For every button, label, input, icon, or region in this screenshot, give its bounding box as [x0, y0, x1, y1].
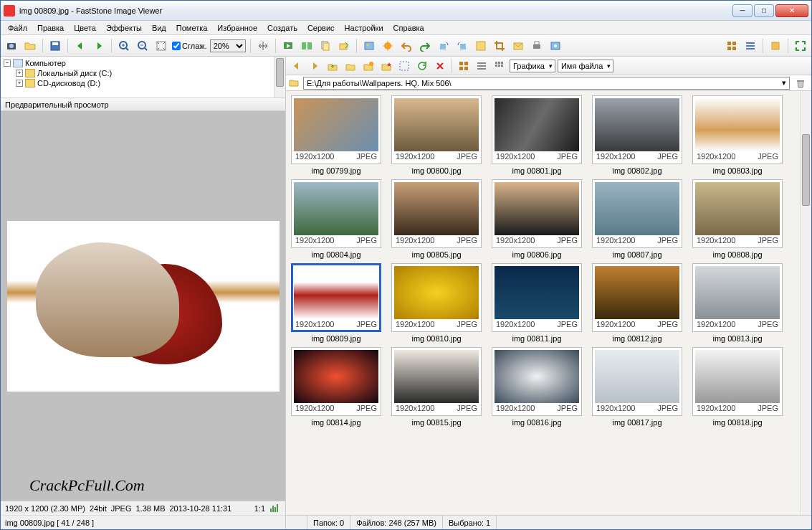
zoom-out-icon[interactable]: [135, 38, 151, 54]
menu-справка[interactable]: Справка: [389, 22, 429, 34]
favorites-icon[interactable]: [378, 58, 394, 74]
menu-цвета[interactable]: Цвета: [70, 22, 100, 34]
effects-icon[interactable]: [380, 38, 396, 54]
thumbnail[interactable]: 1920x1200JPEGimg 00812.jpg: [590, 263, 684, 343]
svg-rect-13: [365, 42, 373, 49]
expand-icon[interactable]: +: [16, 80, 23, 87]
sort-select[interactable]: Имя файла: [558, 60, 613, 72]
thumbnail[interactable]: 1920x1200JPEGimg 00815.jpg: [389, 347, 484, 427]
path-input[interactable]: E:\Для работы\Wallpapers. HQ. Mix 506\ ▾: [303, 77, 790, 90]
thumbnail[interactable]: 1920x1200JPEGimg 00807.jpg: [590, 179, 684, 259]
back-icon[interactable]: [289, 58, 305, 74]
thumbnail[interactable]: 1920x1200JPEGimg 00818.jpg: [690, 347, 785, 427]
view-large-icon[interactable]: [456, 58, 472, 74]
thumbnail[interactable]: 1920x1200JPEGimg 00811.jpg: [489, 263, 584, 343]
menu-избранное[interactable]: Избранное: [213, 22, 262, 34]
copy-icon[interactable]: [317, 38, 333, 54]
titlebar[interactable]: img 00809.jpg - FastStone Image Viewer ─…: [1, 1, 811, 21]
resize-icon[interactable]: [473, 38, 489, 54]
tree-scrollbar[interactable]: [274, 57, 285, 98]
menu-создать[interactable]: Создать: [263, 22, 302, 34]
next-icon[interactable]: [91, 38, 107, 54]
maximize-button[interactable]: □: [754, 4, 774, 17]
settings-icon[interactable]: [548, 38, 563, 54]
undo-icon[interactable]: [398, 38, 414, 54]
preview-pane[interactable]: CrackPcFull.Com: [1, 111, 285, 501]
tag-icon[interactable]: [768, 38, 783, 54]
svg-rect-27: [732, 47, 736, 50]
thumb-image: [695, 266, 780, 319]
thumbnail[interactable]: 1920x1200JPEGimg 00808.jpg: [690, 179, 785, 259]
thumbnail[interactable]: 1920x1200JPEGimg 00810.jpg: [389, 263, 484, 343]
view-list-icon[interactable]: [742, 38, 758, 54]
left-panel: − Компьютер + Локальный диск (C:) + CD-д…: [1, 57, 286, 529]
filter-select[interactable]: Графика: [510, 60, 555, 72]
menu-эффекты[interactable]: Эффекты: [102, 22, 146, 34]
thumbnail[interactable]: 1920x1200JPEGimg 00813.jpg: [690, 263, 785, 343]
preview-image[interactable]: [7, 221, 280, 392]
view-small-icon[interactable]: [492, 58, 507, 74]
rotate-left-icon[interactable]: [436, 38, 452, 54]
collapse-icon[interactable]: −: [4, 60, 11, 67]
thumbnail[interactable]: 1920x1200JPEGimg 00802.jpg: [590, 95, 684, 175]
select-all-icon[interactable]: [396, 58, 412, 74]
save-icon[interactable]: [47, 38, 63, 54]
thumbnail[interactable]: 1920x1200JPEGimg 00817.jpg: [590, 347, 684, 427]
fullscreen-icon[interactable]: [793, 38, 808, 54]
up-folder-icon[interactable]: [325, 58, 340, 74]
thumbnail[interactable]: 1920x1200JPEGimg 00805.jpg: [389, 179, 484, 259]
zoom-select[interactable]: 20%: [210, 39, 246, 52]
email-icon[interactable]: [510, 38, 526, 54]
thumbnail[interactable]: 1920x1200JPEGimg 00803.jpg: [690, 95, 785, 175]
folder-open-icon[interactable]: [22, 38, 38, 54]
new-folder-icon[interactable]: [360, 58, 376, 74]
zoom-in-icon[interactable]: [116, 38, 132, 54]
thumbnail-grid[interactable]: 1920x1200JPEGimg 00799.jpg1920x1200JPEGi…: [286, 91, 811, 515]
view-details-icon[interactable]: [474, 58, 489, 74]
pan-icon[interactable]: [255, 38, 271, 54]
expand-icon[interactable]: +: [16, 70, 23, 77]
thumbnail[interactable]: 1920x1200JPEGimg 00814.jpg: [289, 347, 383, 427]
folder-tree[interactable]: − Компьютер + Локальный диск (C:) + CD-д…: [1, 57, 285, 98]
close-button[interactable]: ✕: [775, 4, 808, 17]
fit-icon[interactable]: [153, 38, 169, 54]
menu-вид[interactable]: Вид: [148, 22, 171, 34]
minimize-button[interactable]: ─: [732, 4, 753, 17]
refresh-icon[interactable]: [343, 58, 358, 74]
delete-icon[interactable]: [432, 58, 448, 74]
trash-icon[interactable]: [793, 75, 808, 91]
svg-rect-49: [498, 65, 500, 67]
crop-icon[interactable]: [492, 38, 507, 54]
rotate-right-icon[interactable]: [454, 38, 470, 54]
thumbnail[interactable]: 1920x1200JPEGimg 00801.jpg: [489, 95, 584, 175]
menu-правка[interactable]: Правка: [33, 22, 68, 34]
forward-icon[interactable]: [307, 58, 323, 74]
compare-icon[interactable]: [299, 38, 315, 54]
prev-icon[interactable]: [72, 38, 88, 54]
wallpaper-icon[interactable]: [361, 38, 377, 54]
redo-icon[interactable]: [417, 38, 433, 54]
menu-сервис[interactable]: Сервис: [303, 22, 339, 34]
acquire-icon[interactable]: [4, 38, 19, 54]
menu-файл[interactable]: Файл: [4, 22, 32, 34]
view-thumbs-icon[interactable]: [724, 38, 740, 54]
tree-item[interactable]: + Локальный диск (C:): [4, 68, 282, 78]
thumbnail[interactable]: 1920x1200JPEGimg 00799.jpg: [289, 95, 383, 175]
tree-item[interactable]: + CD-дисковод (D:): [4, 78, 282, 88]
thumbnail[interactable]: 1920x1200JPEGimg 00800.jpg: [389, 95, 484, 175]
histogram-icon[interactable]: [269, 503, 281, 514]
thumbnail[interactable]: 1920x1200JPEGimg 00806.jpg: [489, 179, 584, 259]
menu-пометка[interactable]: Пометка: [172, 22, 212, 34]
menu-настройки[interactable]: Настройки: [340, 22, 388, 34]
print-icon[interactable]: [529, 38, 545, 54]
smoothing-checkbox[interactable]: [172, 42, 181, 50]
thumbnail[interactable]: 1920x1200JPEGimg 00809.jpg: [289, 263, 383, 343]
slideshow-icon[interactable]: [280, 38, 296, 54]
thumbnail[interactable]: 1920x1200JPEGimg 00804.jpg: [289, 179, 383, 259]
tree-root[interactable]: − Компьютер: [4, 58, 282, 68]
thumbs-scrollbar[interactable]: [800, 91, 811, 515]
move-icon[interactable]: [336, 38, 352, 54]
thumbnail[interactable]: 1920x1200JPEGimg 00816.jpg: [489, 347, 584, 427]
smoothing-toggle[interactable]: Сглаж.: [172, 42, 207, 50]
reload-icon[interactable]: [414, 58, 430, 74]
